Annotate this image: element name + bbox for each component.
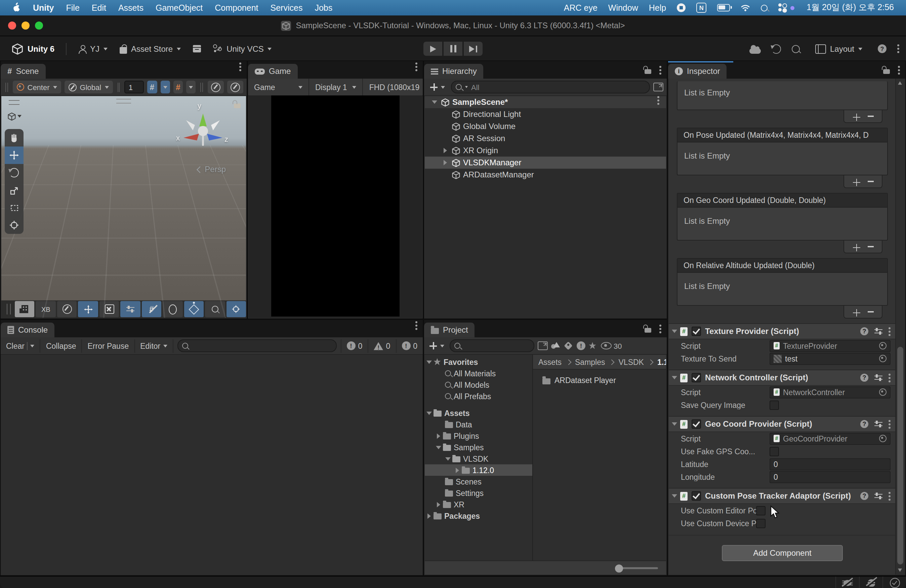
component-header-custom-pose-tracker[interactable]: # Custom Pose Tracker Adaptor (Script) ? <box>669 488 896 504</box>
menu-edit[interactable]: Edit <box>86 3 112 13</box>
slider-knob[interactable] <box>615 564 623 572</box>
debugger-detached-icon[interactable] <box>836 577 859 588</box>
overlay-grid-toggle-button[interactable]: # <box>142 301 161 317</box>
scrollbar-thumb[interactable] <box>897 346 903 564</box>
use-custom-device-pose-checkbox[interactable] <box>756 518 766 528</box>
remove-event-icon[interactable] <box>867 116 873 116</box>
grid-snap-button[interactable]: # <box>147 81 157 93</box>
pause-button[interactable] <box>443 41 463 56</box>
apple-menu[interactable] <box>5 2 27 14</box>
project-menu-icon[interactable] <box>659 328 661 330</box>
tab-inspector[interactable]: i Inspector <box>668 64 727 79</box>
folder-row-packages[interactable]: Packages <box>425 510 532 521</box>
object-picker-icon[interactable] <box>879 389 887 396</box>
hierarchy-item[interactable]: XR Origin <box>425 145 666 156</box>
error-pause-button[interactable]: Error Pause <box>82 339 135 352</box>
scene-viewport[interactable]: y x z Persp XB # <box>2 96 246 318</box>
scroll-up-icon[interactable] <box>898 81 902 84</box>
favorites-item[interactable]: All Materials <box>425 368 532 379</box>
overlay-compass-button[interactable] <box>57 301 77 317</box>
foldout-icon[interactable] <box>426 360 432 363</box>
toolbar-more-icon[interactable] <box>897 48 899 50</box>
step-button[interactable] <box>464 41 483 56</box>
scene-overlay-handle[interactable] <box>116 99 131 104</box>
warning-count-badge[interactable]: ! 0 <box>368 339 396 352</box>
add-event-icon[interactable] <box>853 244 859 250</box>
overlay-sliders-button[interactable] <box>121 301 140 317</box>
screen-record-icon[interactable] <box>672 3 691 12</box>
remove-event-icon[interactable] <box>867 311 873 312</box>
lock-icon[interactable] <box>883 69 890 74</box>
toolbar-drag-handle[interactable] <box>117 82 120 92</box>
add-component-button[interactable]: Add Component <box>722 545 843 561</box>
hierarchy-item-selected[interactable]: VLSDKManager <box>425 156 666 169</box>
play-button[interactable] <box>423 41 442 56</box>
presets-icon[interactable] <box>874 328 882 335</box>
component-menu-icon[interactable] <box>888 495 890 497</box>
scene-camera-settings-button[interactable] <box>208 81 224 93</box>
folder-row-version-selected[interactable]: 1.12.0 <box>425 464 532 476</box>
console-search-input[interactable] <box>177 339 337 352</box>
component-menu-icon[interactable] <box>888 377 890 379</box>
hierarchy-search-input[interactable]: All <box>451 81 650 93</box>
cloud-icon[interactable] <box>750 48 761 53</box>
zoom-window-button[interactable] <box>35 22 43 30</box>
hierarchy-menu-icon[interactable] <box>659 69 661 71</box>
tool-pivot-dropdown[interactable]: Center <box>13 81 61 93</box>
error-count-badge[interactable]: ! 0 <box>396 339 423 352</box>
project-search-input[interactable] <box>450 339 534 352</box>
scale-tool-button[interactable] <box>5 182 24 199</box>
add-gameobject-button[interactable] <box>427 81 448 93</box>
menu-file[interactable]: File <box>60 3 86 13</box>
console-menu-icon[interactable] <box>415 325 417 327</box>
folder-row-assets[interactable]: Assets <box>425 407 532 419</box>
rect-tool-button[interactable] <box>5 199 24 217</box>
favorites-row[interactable]: Favorites <box>425 356 532 368</box>
gizmo-y-label[interactable]: y <box>198 102 201 110</box>
tool-orientation-dropdown[interactable]: Global <box>64 81 113 93</box>
overlay-move-button[interactable] <box>78 301 98 317</box>
console-log-area[interactable] <box>2 355 422 575</box>
favorites-filter-icon[interactable] <box>589 342 596 349</box>
hidden-packages-icon[interactable]: ! <box>577 341 585 350</box>
help-icon[interactable]: ? <box>860 327 868 335</box>
unity-vcs-dropdown[interactable]: Unity VCS <box>208 41 277 56</box>
toolbar-drag-handle[interactable] <box>201 82 203 92</box>
favorites-item[interactable]: All Models <box>425 379 532 390</box>
control-center-icon[interactable] <box>773 3 800 12</box>
scene-visibility-button[interactable] <box>227 81 243 93</box>
add-event-icon[interactable] <box>853 178 859 185</box>
game-viewport[interactable] <box>249 96 422 318</box>
hierarchy-item[interactable]: Global Volume <box>425 120 666 132</box>
component-menu-icon[interactable] <box>888 330 890 332</box>
overlay-drag-handle[interactable] <box>7 304 11 314</box>
menu-clock[interactable]: 1월 20일 (화) 오후 2:56 <box>800 2 901 13</box>
foldout-icon[interactable] <box>426 411 432 414</box>
folder-row-settings[interactable]: Settings <box>425 487 532 499</box>
create-asset-button[interactable] <box>427 339 446 352</box>
breadcrumb-item-current[interactable]: 1.12.0 <box>657 358 666 366</box>
hierarchy-item[interactable]: Directional Light <box>425 108 666 120</box>
component-header-texture-provider[interactable]: # Texture Provider (Script) ? <box>669 323 896 339</box>
help-icon[interactable]: ? <box>860 374 868 382</box>
tab-project[interactable]: Project <box>424 323 475 337</box>
folder-row-scenes[interactable]: Scenes <box>425 476 532 487</box>
window-title-bar[interactable]: SampleScene - VLSDK-Tutorial - Windows, … <box>0 16 906 36</box>
presets-icon[interactable] <box>874 492 882 500</box>
collapse-button[interactable]: Collapse <box>40 339 82 352</box>
help-icon[interactable]: ? <box>860 420 868 428</box>
folder-row-samples[interactable]: Samples <box>425 441 532 453</box>
inspector-menu-icon[interactable] <box>898 69 900 71</box>
minimize-window-button[interactable] <box>21 22 30 30</box>
component-menu-icon[interactable] <box>888 423 890 425</box>
add-event-icon[interactable] <box>853 113 859 119</box>
component-enabled-checkbox[interactable] <box>692 491 701 500</box>
menu-unity[interactable]: Unity <box>27 3 60 13</box>
editor-dropdown[interactable]: Editor <box>135 339 173 352</box>
tab-game[interactable]: Game <box>248 64 297 79</box>
open-new-window-icon[interactable] <box>653 83 664 91</box>
project-file-list[interactable]: ARDataset Player <box>533 370 666 561</box>
foldout-icon[interactable] <box>672 494 677 498</box>
breadcrumb-item[interactable]: VLSDK <box>619 358 644 366</box>
object-picker-icon[interactable] <box>879 355 887 362</box>
